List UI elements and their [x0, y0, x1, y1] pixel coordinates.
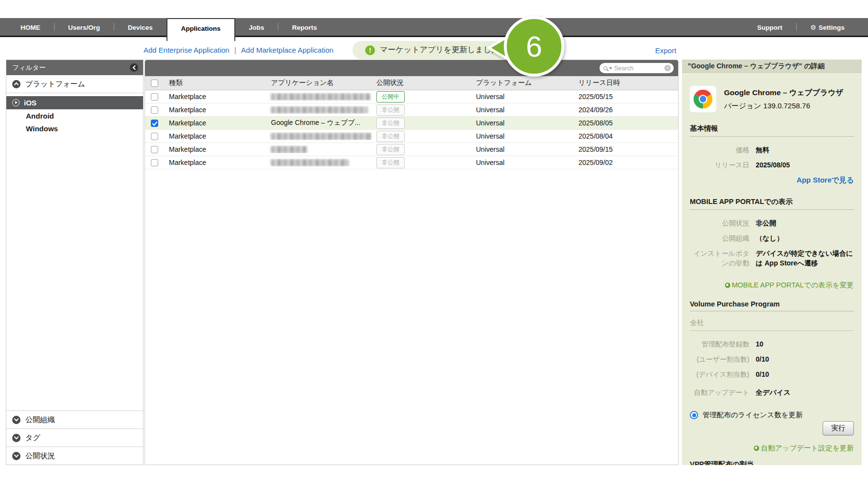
app-store-link-row: App Storeで見る — [690, 176, 854, 185]
section-mobile-app-portal: MOBILE APP PORTALでの表示 — [690, 197, 854, 210]
collapse-sidebar-icon[interactable] — [130, 63, 138, 72]
cell-app-name — [266, 106, 372, 114]
cell-released: 2025/08/04 — [574, 132, 678, 140]
sidebar-item-windows[interactable]: Windows — [6, 122, 143, 135]
filter-section-publish-org[interactable]: 公開組織 — [6, 410, 143, 428]
chevron-up-icon — [12, 80, 21, 88]
table-row[interactable]: Marketplace 非公開 Universal 2025/09/02 — [145, 156, 678, 169]
cell-released: 2025/05/15 — [574, 93, 678, 101]
row-checkbox[interactable] — [151, 146, 158, 153]
add-application-links: Add Enterprise Application|Add Marketpla… — [144, 46, 333, 54]
column-header-released[interactable]: リリース日時 — [574, 79, 678, 87]
section-basic-info: 基本情報 — [690, 124, 854, 137]
status-badge: 非公開 — [376, 157, 405, 168]
filter-section-platform[interactable]: プラットフォーム — [6, 75, 143, 93]
cell-platform: Universal — [471, 106, 574, 114]
row-checkbox[interactable] — [151, 159, 158, 166]
change-portal-display-link[interactable]: MOBILE APP PORTALでの表示を変更 — [725, 281, 854, 289]
section-label: 公開組織 — [25, 415, 55, 425]
row-checkbox-checked[interactable] — [151, 120, 158, 127]
auto-update-link-row: 自動アップデート設定を更新 — [690, 444, 854, 453]
redacted-app-name — [271, 159, 349, 166]
column-header-type[interactable]: 種類 — [164, 79, 266, 87]
links-separator: | — [234, 46, 236, 54]
filter-section-tags[interactable]: タグ — [6, 428, 143, 447]
info-row-release-date: リリース日 2025/08/05 — [690, 160, 854, 170]
select-all-checkbox[interactable] — [151, 80, 158, 87]
status-badge: 非公開 — [376, 131, 405, 142]
chevron-down-icon — [12, 452, 21, 460]
cell-type: Marketplace — [164, 132, 266, 140]
cell-platform: Universal — [471, 145, 574, 153]
sidebar-item-ios[interactable]: iOS — [6, 96, 143, 109]
clear-search-icon[interactable]: × — [664, 65, 671, 71]
nav-utility: Support ⚙Settings — [744, 18, 858, 36]
table-row[interactable]: Marketplace 非公開 Universal 2025/09/15 — [145, 143, 678, 156]
app-icon-frame — [690, 86, 716, 112]
tab-jobs[interactable]: Jobs — [235, 18, 278, 36]
tab-devices[interactable]: Devices — [114, 18, 166, 36]
add-marketplace-application-link[interactable]: Add Marketplace Application — [241, 46, 333, 54]
redacted-app-name — [271, 146, 307, 153]
info-label: 価格 — [690, 145, 749, 155]
table-row[interactable]: Marketplace 非公開 Universal 2025/08/04 — [145, 130, 678, 143]
info-row-auto-update: 自動アップデート 全デバイス — [690, 387, 854, 397]
info-row-publish-status: 公開状況 非公開 — [690, 218, 854, 228]
support-link[interactable]: Support — [744, 18, 796, 36]
filter-section-publish-status[interactable]: 公開状況 — [6, 447, 143, 465]
row-checkbox[interactable] — [151, 93, 158, 101]
tab-applications[interactable]: Applications — [166, 18, 235, 41]
section-label: 公開状況 — [25, 451, 55, 461]
info-row-managed-licenses: 管理配布登録数 10 — [690, 339, 854, 349]
app-version: バージョン 139.0.7258.76 — [724, 102, 844, 111]
search-box[interactable]: × — [599, 63, 674, 73]
app-name: Google Chrome – ウェブブラウザ — [724, 88, 844, 98]
radio-selected[interactable] — [690, 411, 698, 419]
cell-type: Marketplace — [164, 145, 266, 153]
top-navigation: HOME Users/Org Devices Applications Jobs… — [0, 18, 868, 37]
info-row-device-assigned: (デバイス割当数) 0/10 — [690, 369, 854, 379]
table-row-selected[interactable]: Marketplace Google Chrome – ウェブブ... 非公開 … — [145, 117, 678, 130]
update-auto-update-settings-link[interactable]: 自動アップデート設定を更新 — [754, 444, 854, 452]
status-badge: 公開中 — [376, 91, 405, 102]
redacted-app-name — [271, 93, 371, 101]
export-link[interactable]: Export — [655, 46, 676, 55]
add-enterprise-application-link[interactable]: Add Enterprise Application — [144, 46, 229, 54]
filter-sidebar: フィルター プラットフォーム iOS Android Windows 公開組織 … — [6, 60, 144, 465]
link-label: 自動アップデート設定を更新 — [761, 444, 854, 452]
tab-home[interactable]: HOME — [7, 18, 54, 36]
sidebar-item-android[interactable]: Android — [6, 109, 143, 122]
cell-released: 2025/09/15 — [574, 145, 678, 153]
info-row-publish-org: 公開組織 （なし） — [690, 233, 854, 243]
info-value: 10 — [756, 339, 764, 349]
status-badge: 非公開 — [376, 144, 405, 155]
status-badge: 非公開 — [376, 118, 405, 129]
cell-platform: Universal — [471, 159, 574, 166]
table-row[interactable]: Marketplace 公開中 Universal 2025/05/15 — [145, 90, 678, 103]
collapsed-filter-sections: 公開組織 タグ 公開状況 — [6, 410, 143, 465]
filter-title: フィルター — [12, 63, 130, 72]
row-checkbox[interactable] — [151, 133, 158, 140]
app-window: HOME Users/Org Devices Applications Jobs… — [0, 0, 868, 488]
annotation-number: 6 — [526, 30, 542, 63]
row-checkbox[interactable] — [151, 106, 158, 114]
execute-button[interactable]: 実行 — [823, 421, 854, 435]
column-header-status[interactable]: 公開状況 — [372, 79, 471, 87]
tab-reports[interactable]: Reports — [278, 18, 331, 36]
search-scope-caret-icon[interactable] — [609, 67, 612, 69]
gear-icon: ⚙ — [810, 23, 816, 31]
app-identity: Google Chrome – ウェブブラウザ バージョン 139.0.7258… — [690, 86, 854, 112]
chevron-down-icon — [12, 416, 21, 424]
settings-link[interactable]: ⚙Settings — [797, 18, 858, 36]
info-value: 無料 — [756, 145, 769, 155]
vpp-scope: 全社 — [690, 318, 854, 331]
table-row[interactable]: Marketplace 非公開 Universal 2024/09/26 — [145, 103, 678, 117]
info-value: 0/10 — [756, 369, 769, 379]
search-input[interactable] — [614, 65, 664, 72]
column-header-app-name[interactable]: アプリケーション名 — [266, 79, 372, 87]
section-vpp: Volume Purchase Program — [690, 300, 854, 311]
table-header-row: 種類 アプリケーション名 公開状況 プラットフォーム リリース日時 — [145, 76, 678, 90]
portal-change-link-row: MOBILE APP PORTALでの表示を変更 — [690, 281, 854, 290]
tab-users-org[interactable]: Users/Org — [55, 18, 114, 36]
view-in-app-store-link[interactable]: App Storeで見る — [797, 176, 854, 184]
